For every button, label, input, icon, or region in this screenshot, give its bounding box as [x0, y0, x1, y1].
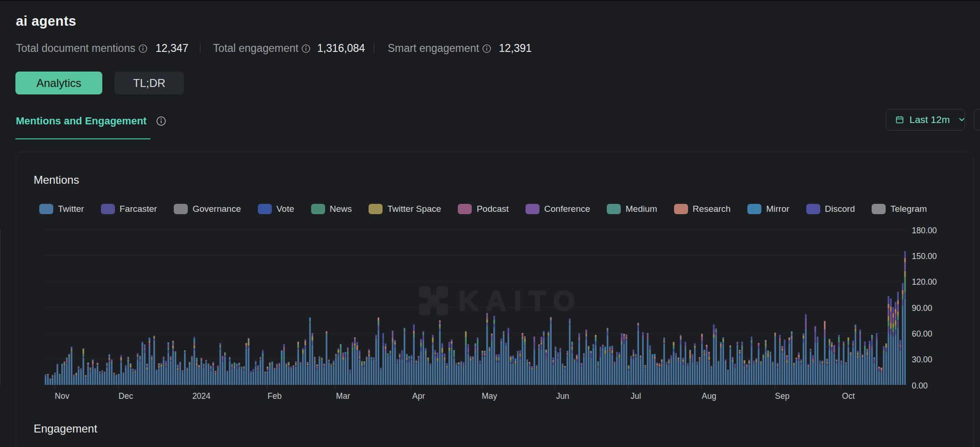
svg-text:Oct: Oct [842, 391, 855, 401]
svg-text:Feb: Feb [268, 391, 282, 401]
svg-text:120.00: 120.00 [912, 277, 937, 287]
svg-text:60.00: 60.00 [912, 329, 932, 339]
svg-text:KAITO: KAITO [458, 285, 582, 317]
svg-text:Sep: Sep [775, 391, 789, 401]
svg-text:Jun: Jun [556, 391, 569, 401]
svg-text:Dec: Dec [119, 391, 133, 401]
svg-text:0.00: 0.00 [912, 381, 928, 390]
svg-text:Nov: Nov [55, 391, 69, 401]
svg-text:Aug: Aug [702, 391, 716, 401]
svg-text:30.00: 30.00 [912, 355, 932, 364]
svg-text:Apr: Apr [412, 391, 425, 401]
svg-text:Mar: Mar [336, 391, 350, 401]
svg-text:180.00: 180.00 [912, 226, 937, 235]
svg-text:May: May [482, 391, 497, 401]
svg-text:150.00: 150.00 [912, 252, 937, 261]
svg-text:90.00: 90.00 [912, 303, 932, 313]
svg-text:2024: 2024 [192, 391, 211, 401]
svg-text:Jul: Jul [631, 391, 641, 401]
